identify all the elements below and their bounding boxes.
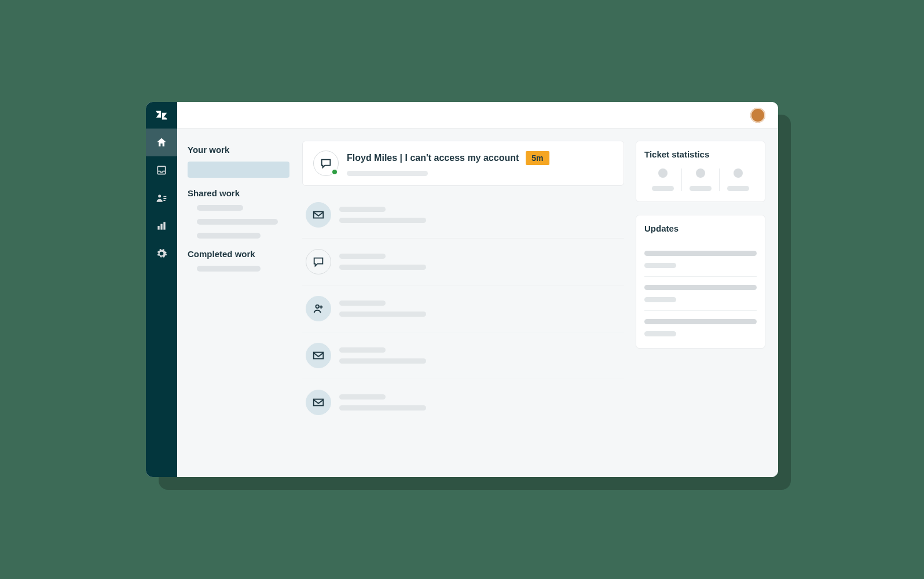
svg-rect-4 (157, 226, 159, 230)
nav-rail (146, 102, 177, 477)
left-panel: Your work Shared work Completed work (177, 139, 291, 477)
content-area: Your work Shared work Completed work (177, 129, 778, 477)
update-line (644, 331, 676, 336)
svg-point-8 (316, 305, 319, 309)
svg-rect-6 (163, 222, 165, 229)
svg-rect-10 (314, 400, 324, 406)
ticket-channel-icon-wrap (313, 151, 339, 176)
presence-online-dot (331, 168, 338, 175)
svg-rect-2 (157, 166, 165, 174)
stat-value-placeholder (658, 168, 668, 178)
gear-icon (156, 248, 167, 259)
svg-rect-7 (314, 212, 324, 218)
update-line (644, 297, 676, 302)
row-icon-wrap (306, 202, 331, 228)
row-sub-placeholder (339, 265, 426, 270)
user-avatar[interactable] (750, 108, 765, 123)
stat-item (644, 168, 681, 191)
chat-icon (320, 157, 332, 170)
row-title-placeholder (339, 347, 386, 353)
stat-item (681, 168, 719, 191)
row-icon-wrap (306, 249, 331, 274)
stat-label-placeholder (690, 186, 712, 191)
update-line (644, 319, 757, 324)
row-title-placeholder (339, 301, 386, 306)
svg-rect-5 (160, 224, 162, 230)
nav-inbox[interactable] (146, 156, 177, 184)
ticket-author: Floyd Miles (347, 153, 397, 163)
updates-heading: Updates (644, 223, 757, 233)
shared-work-heading: Shared work (188, 188, 291, 198)
topbar (177, 102, 778, 129)
highlighted-ticket[interactable]: Floyd Miles | I can't access my account … (302, 141, 624, 186)
ticket-subject: I can't access my account (405, 153, 519, 163)
ticket-age-badge: 5m (526, 151, 549, 165)
completed-work-heading: Completed work (188, 249, 291, 259)
update-item[interactable] (644, 277, 757, 311)
update-line (644, 263, 676, 268)
row-title-placeholder (339, 207, 386, 212)
row-sub-placeholder (339, 358, 426, 364)
app-body: Your work Shared work Completed work (177, 102, 778, 477)
app-window: Your work Shared work Completed work (146, 102, 778, 477)
your-work-selected-item[interactable] (188, 162, 289, 178)
ticket-row[interactable] (302, 332, 624, 379)
svg-rect-9 (314, 353, 324, 359)
nav-settings[interactable] (146, 240, 177, 267)
ticket-subline-placeholder (347, 171, 428, 176)
row-title-placeholder (339, 394, 386, 400)
ticket-row[interactable] (302, 192, 624, 239)
mail-icon (312, 208, 325, 221)
nav-users[interactable] (146, 184, 177, 212)
stats-heading: Ticket statistics (644, 149, 757, 159)
inbox-icon (156, 164, 167, 176)
stat-label-placeholder (652, 186, 674, 191)
bar-chart-icon (156, 220, 167, 232)
app-logo[interactable] (146, 102, 177, 129)
nav-reports[interactable] (146, 212, 177, 240)
update-item[interactable] (644, 243, 757, 277)
stat-label-placeholder (727, 186, 749, 191)
nav-home[interactable] (146, 129, 177, 156)
right-panel: Ticket statistics Updates (636, 139, 765, 477)
shared-work-item[interactable] (197, 233, 261, 239)
chat-icon (312, 255, 325, 268)
zendesk-icon (155, 109, 168, 122)
ticket-row[interactable] (302, 239, 624, 285)
your-work-heading: Your work (188, 145, 291, 155)
user-plus-icon (312, 302, 325, 315)
update-line (644, 285, 757, 290)
ticket-row[interactable] (302, 285, 624, 332)
center-panel: Floyd Miles | I can't access my account … (302, 139, 624, 477)
home-icon (156, 137, 167, 148)
ticket-separator: | (397, 153, 405, 163)
mail-icon (312, 349, 325, 362)
stat-item (719, 168, 757, 191)
row-icon-wrap (306, 390, 331, 415)
row-sub-placeholder (339, 218, 426, 223)
ticket-statistics-card: Ticket statistics (636, 141, 765, 202)
row-sub-placeholder (339, 405, 426, 411)
ticket-title: Floyd Miles | I can't access my account (347, 153, 519, 163)
row-icon-wrap (306, 296, 331, 321)
svg-point-3 (158, 195, 161, 197)
shared-work-item[interactable] (197, 219, 278, 225)
row-icon-wrap (306, 343, 331, 368)
stat-value-placeholder (696, 168, 705, 178)
ticket-row[interactable] (302, 379, 624, 426)
updates-card: Updates (636, 215, 765, 349)
update-item[interactable] (644, 311, 757, 336)
users-icon (156, 192, 167, 204)
shared-work-item[interactable] (197, 205, 243, 211)
row-sub-placeholder (339, 312, 426, 317)
completed-work-item[interactable] (197, 266, 261, 272)
mail-icon (312, 396, 325, 409)
update-line (644, 251, 757, 256)
row-title-placeholder (339, 254, 386, 259)
stat-value-placeholder (734, 168, 743, 178)
